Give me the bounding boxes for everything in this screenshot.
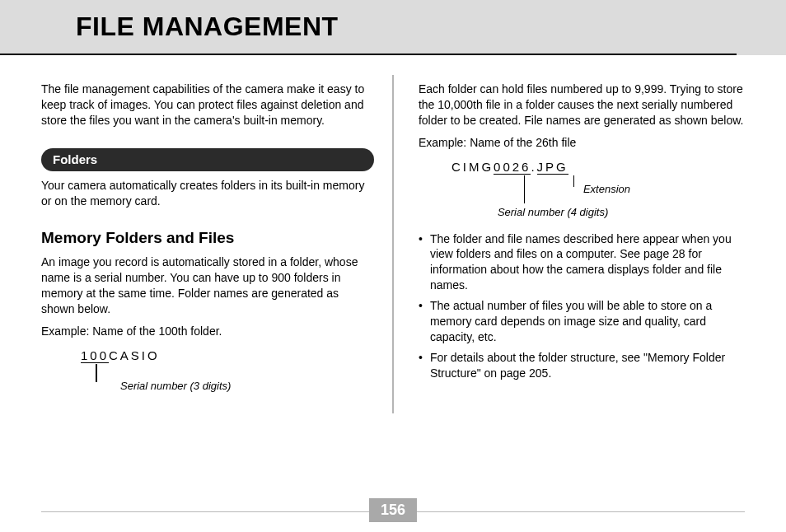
right-column: Each folder can hold files numbered up t…	[395, 75, 745, 413]
page-footer: 156	[0, 511, 786, 512]
list-item: The folder and file names described here…	[419, 231, 745, 294]
callout-line	[96, 364, 97, 382]
page-number: 156	[369, 498, 417, 522]
column-divider	[392, 75, 394, 413]
header-bar: FILE MANAGEMENT	[0, 0, 786, 55]
file-ext-part: JPG	[537, 160, 568, 175]
content-area: The file management capabilities of the …	[0, 55, 786, 413]
folder-example-label: Example: Name of the 100th folder.	[41, 324, 374, 339]
list-item: For details about the folder structure, …	[419, 350, 745, 381]
memory-paragraph: An image you record is automatically sto…	[41, 254, 374, 317]
file-prefix-part: CIMG	[451, 160, 494, 174]
notes-list: The folder and file names described here…	[419, 231, 745, 381]
intro-paragraph: The file management capabilities of the …	[41, 82, 374, 128]
callout-line-serial	[524, 175, 526, 203]
file-example-label: Example: Name of the 26th file	[419, 135, 745, 151]
file-serial-label: Serial number (4 digits)	[498, 205, 608, 220]
file-serial-part: 0026	[494, 160, 531, 175]
file-name-diagram: CIMG0026.JPG Extension Serial number (4 …	[451, 159, 745, 225]
folders-paragraph: Your camera automatically creates folder…	[41, 178, 374, 209]
header-inner: FILE MANAGEMENT	[0, 0, 737, 55]
file-ext-label: Extension	[583, 182, 630, 197]
page-title: FILE MANAGEMENT	[76, 12, 339, 41]
files-paragraph: Each folder can hold files numbered up t…	[419, 82, 745, 128]
folder-rest-part: CASIO	[109, 348, 160, 362]
left-column: The file management capabilities of the …	[41, 75, 391, 413]
memory-subheading: Memory Folders and Files	[41, 227, 374, 249]
folder-serial-label: Serial number (3 digits)	[120, 379, 231, 394]
list-item: The actual number of files you will be a…	[419, 298, 745, 345]
folder-serial-part: 100	[81, 348, 109, 363]
callout-line-ext	[573, 175, 575, 187]
folder-name-diagram: 100CASIO Serial number (3 digits)	[81, 348, 374, 413]
file-dot-part: .	[531, 160, 536, 174]
folders-heading: Folders	[41, 148, 374, 171]
